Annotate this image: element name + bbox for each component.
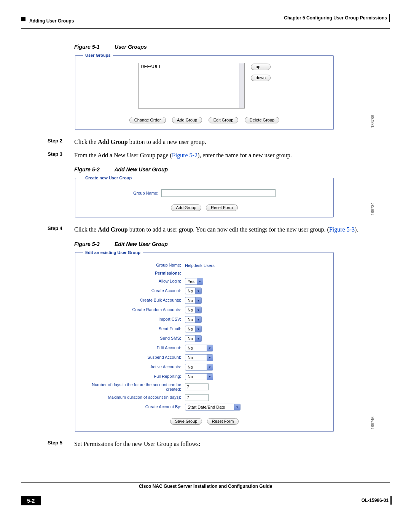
figure1-caption: Figure 5-1 User Groups (74, 44, 367, 50)
text: button to add a new user group. (128, 139, 206, 145)
change-order-button[interactable]: Change Order (129, 117, 166, 123)
document-id: OL-15986-01 (362, 498, 389, 503)
footer-rule (21, 490, 390, 490)
send-email-select[interactable]: No▾ (185, 326, 202, 332)
reset-form-button[interactable]: Reset Form (207, 418, 239, 425)
create-by-label: Create Account By: (84, 403, 183, 411)
figure2: Create new User Group Group Name: Add Gr… (74, 176, 367, 217)
figure-link[interactable]: Figure 5-2 (172, 152, 198, 158)
header-rule (21, 28, 390, 29)
import-csv-label: Import CSV: (84, 315, 183, 324)
select-value: Yes (185, 279, 197, 284)
page-number: 5-2 (21, 496, 41, 505)
chevron-updown-icon: ▾ (207, 355, 213, 361)
figure3: Edit an existing User Group Group Name: … (74, 250, 367, 432)
create-account-label: Create Account: (84, 286, 183, 295)
add-group-button[interactable]: Add Group (171, 204, 201, 211)
figure2-number: Figure 5-2 (74, 166, 113, 173)
page-header: Adding User Groups Chapter 5 Configuring… (21, 11, 390, 27)
group-name-value: Helpdesk Users (185, 263, 215, 268)
text: From the Add a New User Group page ( (74, 152, 172, 158)
send-sms-label: Send SMS: (84, 334, 183, 343)
step-2: Step 2 Click the Add Group button to add… (48, 137, 367, 146)
suspend-account-select[interactable]: No▾ (185, 354, 213, 361)
suspend-account-label: Suspend Account: (84, 353, 183, 362)
figure2-id: 186734 (371, 203, 375, 215)
add-group-button[interactable]: Add Group (172, 117, 202, 123)
footer-rule (21, 482, 390, 483)
max-duration-input[interactable] (185, 394, 209, 401)
create-by-select[interactable]: Start Date/End Date▾ (185, 404, 241, 411)
select-value: No (185, 317, 195, 322)
figure3-caption: Figure 5-3 Edit New User Group (74, 241, 367, 247)
create-random-select[interactable]: No▾ (185, 307, 202, 313)
send-sms-select[interactable]: No▾ (185, 335, 202, 342)
save-group-button[interactable]: Save Group (170, 418, 202, 425)
user-groups-legend: User Groups (83, 53, 113, 58)
select-value: No (185, 365, 207, 369)
create-random-label: Create Random Accounts: (84, 305, 183, 314)
edit-account-select[interactable]: No▾ (185, 345, 213, 351)
allow-login-select[interactable]: Yes▾ (185, 278, 203, 285)
active-accounts-select[interactable]: No▾ (185, 364, 213, 371)
user-groups-panel: User Groups DEFAULT up down Change Order… (75, 53, 334, 130)
figure3-id: 186746 (371, 417, 375, 429)
step-label: Step 2 (48, 137, 69, 146)
days-future-input[interactable] (185, 383, 209, 390)
figure1-title: User Groups (115, 44, 147, 50)
create-account-select[interactable]: No▾ (185, 288, 202, 294)
step-label: Step 4 (48, 225, 69, 234)
step-label: Step 3 (48, 151, 69, 160)
chevron-updown-icon: ▾ (197, 278, 203, 284)
footer-bar-icon (390, 496, 392, 505)
permissions-heading: Permissions: (84, 270, 183, 276)
bold-text: Add Group (98, 226, 127, 233)
import-csv-select[interactable]: No▾ (185, 316, 202, 323)
down-button[interactable]: down (251, 75, 271, 81)
text: button to add a user group. You can now … (128, 226, 329, 233)
group-name-input[interactable] (161, 189, 276, 197)
step-4: Step 4 Click the Add Group button to add… (48, 225, 367, 234)
up-button[interactable]: up (251, 64, 271, 70)
step-label: Step 5 (48, 439, 69, 448)
group-name-label: Group Name: (133, 191, 158, 195)
figure3-number: Figure 5-3 (74, 241, 113, 247)
edit-group-panel: Edit an existing User Group Group Name: … (75, 250, 334, 432)
delete-group-button[interactable]: Delete Group (245, 117, 279, 123)
allow-login-label: Allow Login: (84, 277, 183, 286)
active-accounts-label: Active Accounts: (84, 363, 183, 371)
figure3-title: Edit New User Group (115, 241, 168, 247)
full-reporting-select[interactable]: No▾ (185, 373, 213, 380)
scrollbar[interactable] (239, 63, 244, 108)
reset-form-button[interactable]: Reset Form (206, 204, 237, 211)
figure2-title: Add New User Group (114, 166, 168, 173)
chevron-updown-icon: ▾ (195, 326, 201, 332)
step-3: Step 3 From the Add a New User Group pag… (48, 151, 367, 160)
select-value: No (185, 374, 207, 379)
create-bulk-label: Create Bulk Accounts: (84, 296, 183, 305)
text: Click the (74, 139, 98, 145)
select-value: No (185, 346, 207, 350)
figure1: User Groups DEFAULT up down Change Order… (74, 53, 367, 130)
create-group-panel: Create new User Group Group Name: Add Gr… (75, 176, 334, 217)
edit-group-button[interactable]: Edit Group (209, 117, 239, 123)
user-groups-listbox[interactable]: DEFAULT (138, 63, 245, 109)
content-area: Figure 5-1 User Groups User Groups DEFAU… (74, 44, 367, 448)
figure2-caption: Figure 5-2 Add New User Group (74, 166, 367, 173)
chevron-updown-icon: ▾ (195, 288, 201, 294)
step-text: From the Add a New User Group page (Figu… (74, 151, 367, 160)
chevron-updown-icon: ▾ (207, 345, 213, 351)
list-item[interactable]: DEFAULT (140, 64, 162, 69)
select-value: No (185, 355, 207, 360)
chapter-name: Chapter 5 Configuring User Group Permiss… (284, 15, 387, 21)
chevron-updown-icon: ▾ (195, 316, 201, 323)
edit-account-label: Edit Account: (84, 343, 183, 352)
step-text: Click the Add Group button to add a user… (74, 225, 367, 234)
page-footer: Cisco NAC Guest Server Installation and … (21, 482, 390, 505)
chevron-updown-icon: ▾ (195, 297, 201, 304)
figure-link[interactable]: Figure 5-3 (329, 226, 355, 233)
create-bulk-select[interactable]: No▾ (185, 297, 202, 304)
select-value: No (185, 327, 195, 331)
chevron-updown-icon: ▾ (195, 335, 201, 342)
section-name: Adding User Groups (29, 18, 74, 24)
